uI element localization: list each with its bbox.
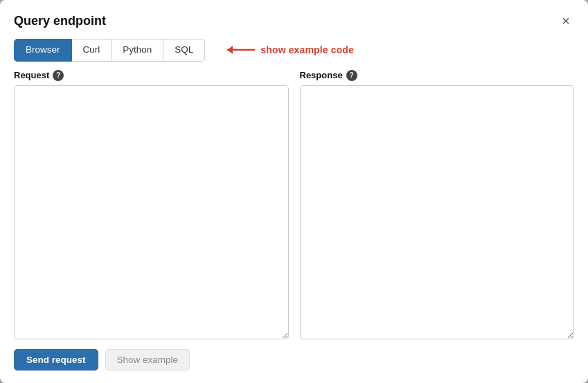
send-request-button[interactable]: Send request xyxy=(14,349,98,371)
tab-curl[interactable]: Curl xyxy=(72,39,112,62)
query-endpoint-modal: Query endpoint × Browser Curl Python SQL… xyxy=(0,0,588,383)
request-label: Request ? xyxy=(14,70,289,81)
request-textarea[interactable] xyxy=(14,85,289,339)
modal-footer: Send request Show example xyxy=(0,339,588,383)
request-help-icon[interactable]: ? xyxy=(53,70,64,81)
modal-header: Query endpoint × xyxy=(0,0,588,39)
modal-title: Query endpoint xyxy=(14,14,106,28)
close-button[interactable]: × xyxy=(558,12,574,29)
response-textarea[interactable] xyxy=(300,85,575,339)
response-panel: Response ? xyxy=(300,70,575,339)
tab-browser[interactable]: Browser xyxy=(14,39,72,62)
arrow-left-icon xyxy=(217,42,255,57)
svg-marker-1 xyxy=(227,46,233,54)
tab-sql[interactable]: SQL xyxy=(163,39,205,62)
response-label: Response ? xyxy=(300,70,575,81)
modal-overlay: Query endpoint × Browser Curl Python SQL… xyxy=(0,0,588,383)
show-example-button[interactable]: Show example xyxy=(105,349,190,371)
content-area: Request ? Response ? xyxy=(0,70,588,339)
response-help-icon[interactable]: ? xyxy=(346,70,357,81)
show-example-annotation: show example code xyxy=(217,42,354,57)
request-panel: Request ? xyxy=(14,70,289,339)
tab-python[interactable]: Python xyxy=(112,39,163,62)
tabs-row: Browser Curl Python SQL show example cod… xyxy=(0,39,588,70)
show-example-code-label: show example code xyxy=(260,44,354,55)
